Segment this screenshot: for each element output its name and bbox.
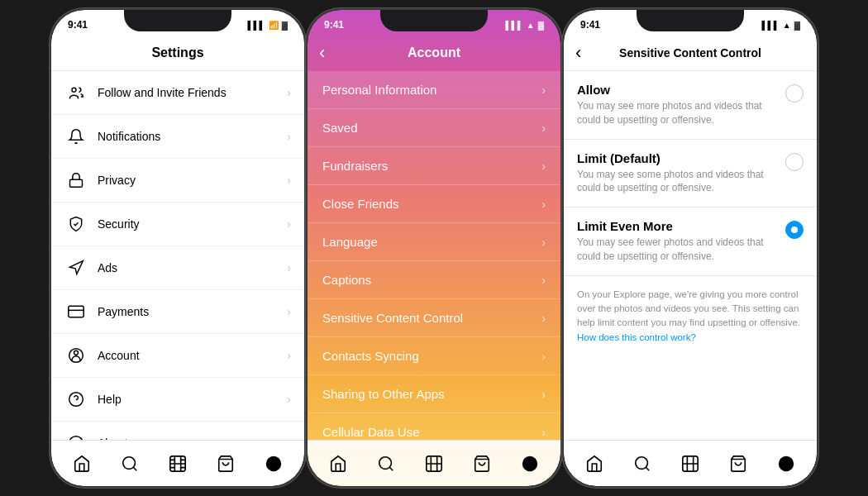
cellular-data-label: Cellular Data Use [322, 425, 541, 439]
limit-more-option[interactable]: Limit Even More You may see fewer photos… [564, 207, 817, 276]
sharing-other-apps-label: Sharing to Other Apps [322, 387, 541, 401]
wifi-icon: ▲ [527, 21, 535, 30]
saved-item[interactable]: Saved › [308, 109, 560, 147]
sharing-other-apps-item[interactable]: Sharing to Other Apps › [308, 375, 560, 413]
svg-point-21 [636, 456, 648, 469]
reels-tab[interactable] [161, 447, 194, 480]
limit-more-radio[interactable] [785, 221, 804, 239]
card-icon [64, 300, 88, 323]
svg-point-15 [266, 455, 281, 470]
allow-option[interactable]: Allow You may see more photos and videos… [564, 71, 817, 140]
allow-title: Allow [577, 83, 775, 97]
account-title: Account [408, 45, 460, 60]
battery-icon: ▓ [538, 21, 544, 30]
chevron-icon: › [541, 198, 546, 211]
chevron-icon: › [541, 274, 546, 287]
svg-point-11 [123, 456, 136, 469]
fundraisers-label: Fundraisers [322, 159, 541, 173]
close-friends-item[interactable]: Close Friends › [308, 185, 560, 223]
limit-more-title: Limit Even More [577, 219, 775, 233]
search-tab-2[interactable] [370, 447, 403, 480]
status-icons-1: ▌▌▌ 📶 ▓ [247, 21, 288, 30]
close-friends-label: Close Friends [322, 197, 541, 211]
chevron-icon: › [541, 83, 546, 97]
svg-point-0 [72, 88, 76, 92]
svg-line-12 [133, 467, 136, 470]
account-item[interactable]: Account › [51, 334, 304, 378]
reels-tab-2[interactable] [417, 447, 451, 480]
back-button-2[interactable]: ‹ [319, 44, 325, 62]
security-label: Security [98, 217, 287, 231]
shield-icon [64, 212, 88, 236]
shop-tab[interactable] [209, 447, 242, 480]
search-tab-3[interactable] [626, 447, 659, 480]
svg-rect-1 [70, 179, 83, 187]
wifi-icon: ▲ [783, 21, 791, 30]
privacy-item[interactable]: Privacy › [51, 159, 304, 203]
scc-options-list: Allow You may see more photos and videos… [564, 71, 817, 450]
profile-tab[interactable] [257, 447, 290, 480]
payments-item[interactable]: Payments › [51, 290, 304, 334]
saved-label: Saved [322, 121, 541, 135]
phone-2: 9:41 ▌▌▌ ▲ ▓ ‹ Account Personal Informat… [306, 8, 562, 488]
status-icons-3: ▌▌▌ ▲ ▓ [762, 21, 800, 30]
language-label: Language [322, 235, 541, 249]
chevron-icon: › [541, 312, 546, 325]
ads-item[interactable]: Ads › [51, 246, 304, 290]
megaphone-icon [64, 256, 88, 279]
home-tab[interactable] [65, 447, 98, 480]
home-tab-3[interactable] [578, 447, 611, 480]
follow-invite-item[interactable]: Follow and Invite Friends › [51, 71, 304, 115]
profile-tab-2[interactable] [513, 447, 546, 480]
notifications-item[interactable]: Notifications › [51, 115, 304, 159]
bottom-nav-1 [51, 440, 304, 486]
chevron-icon: › [287, 305, 291, 318]
help-item[interactable]: Help › [51, 378, 304, 422]
limit-desc: You may see some photos and videos that … [577, 168, 775, 196]
fundraisers-item[interactable]: Fundraisers › [308, 147, 560, 185]
chevron-icon: › [287, 130, 291, 143]
language-item[interactable]: Language › [308, 223, 560, 261]
profile-tab-3[interactable] [770, 447, 803, 480]
security-item[interactable]: Security › [51, 203, 304, 246]
status-time-2: 9:41 [324, 19, 344, 31]
sensitive-content-item[interactable]: Sensitive Content Control › [308, 299, 560, 337]
chevron-icon: › [287, 393, 291, 406]
chevron-icon: › [287, 86, 291, 99]
svg-line-17 [389, 467, 393, 470]
chevron-icon: › [541, 350, 546, 363]
svg-point-25 [779, 455, 794, 470]
phone-1: 9:41 ▌▌▌ 📶 ▓ Settings [50, 8, 306, 488]
reels-tab-3[interactable] [674, 447, 707, 480]
sensitive-content-label: Sensitive Content Control [322, 311, 541, 325]
chevron-icon: › [541, 236, 546, 249]
settings-title: Settings [151, 45, 203, 60]
back-button-3[interactable]: ‹ [575, 44, 581, 62]
battery-icon: ▓ [282, 21, 288, 30]
contacts-syncing-item[interactable]: Contacts Syncing › [308, 337, 560, 375]
home-tab-2[interactable] [322, 447, 355, 480]
limit-radio[interactable] [785, 153, 804, 171]
privacy-label: Privacy [98, 174, 287, 187]
help-circle-icon [64, 388, 88, 411]
nav-bar-1: Settings [51, 35, 304, 71]
lock-icon [64, 169, 88, 192]
signal-icon: ▌▌▌ [247, 21, 265, 30]
allow-radio[interactable] [785, 84, 804, 103]
search-tab[interactable] [113, 447, 146, 480]
limit-option[interactable]: Limit (Default) You may see some photos … [564, 140, 817, 208]
shop-tab-2[interactable] [465, 447, 498, 480]
notifications-label: Notifications [98, 130, 287, 143]
nav-bar-2: ‹ Account [308, 35, 560, 71]
svg-rect-2 [69, 306, 83, 317]
personal-info-item[interactable]: Personal Information › [308, 71, 560, 109]
status-time-1: 9:41 [68, 19, 88, 31]
svg-point-6 [69, 393, 83, 407]
status-icons-2: ▌▌▌ ▲ ▓ [506, 21, 544, 30]
status-time-3: 9:41 [580, 19, 600, 31]
nav-bar-3: ‹ Sensitive Content Control [564, 35, 817, 71]
person-add-icon [64, 81, 88, 104]
captions-item[interactable]: Captions › [308, 261, 560, 299]
shop-tab-3[interactable] [722, 447, 755, 480]
scc-info-link[interactable]: How does this control work? [577, 332, 696, 342]
